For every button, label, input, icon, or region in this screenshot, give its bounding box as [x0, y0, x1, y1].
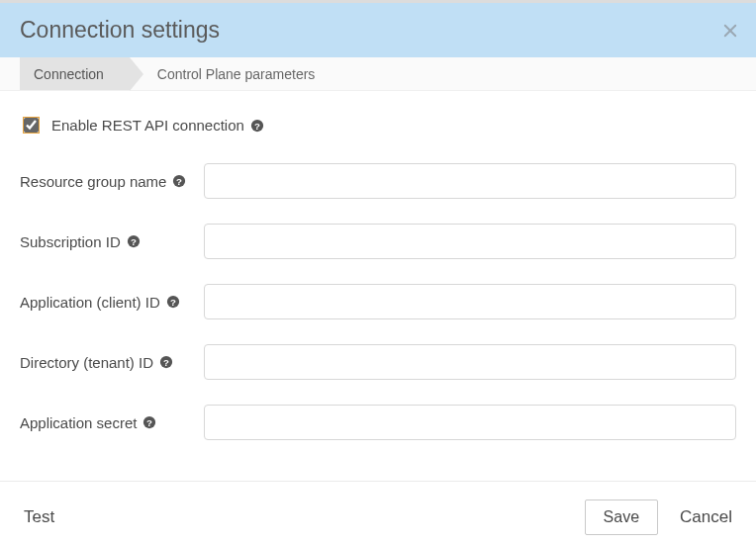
- modal-title: Connection settings: [20, 17, 220, 43]
- connection-settings-modal: Connection settings Connection Control P…: [0, 0, 756, 544]
- label-text: Resource group name: [20, 173, 166, 190]
- modal-footer: Test Save Cancel: [0, 481, 756, 544]
- resource-group-row: Resource group name ?: [20, 163, 736, 199]
- modal-body: Enable REST API connection ? Resource gr…: [0, 91, 756, 481]
- application-secret-row: Application secret ?: [20, 405, 736, 440]
- tab-label: Control Plane parameters: [157, 66, 316, 82]
- application-client-id-input[interactable]: [204, 284, 736, 319]
- subscription-id-row: Subscription ID ?: [20, 224, 736, 259]
- application-secret-input[interactable]: [204, 405, 736, 440]
- tab-control-plane[interactable]: Control Plane parameters: [143, 57, 341, 90]
- enable-rest-api-label: Enable REST API connection ?: [51, 117, 264, 134]
- field-label: Resource group name ?: [20, 173, 194, 190]
- svg-text:?: ?: [131, 236, 137, 247]
- resource-group-input[interactable]: [204, 163, 736, 199]
- field-label: Application secret ?: [20, 414, 194, 431]
- help-icon[interactable]: ?: [127, 234, 141, 248]
- svg-text:?: ?: [254, 120, 260, 131]
- label-text: Subscription ID: [20, 233, 121, 250]
- checkbox-label-text: Enable REST API connection: [51, 117, 244, 134]
- application-client-id-row: Application (client) ID ?: [20, 284, 736, 319]
- label-text: Directory (tenant) ID: [20, 354, 153, 371]
- tab-label: Connection: [34, 66, 104, 82]
- help-icon[interactable]: ?: [166, 295, 180, 309]
- cancel-button[interactable]: Cancel: [680, 507, 732, 527]
- label-text: Application (client) ID: [20, 294, 160, 311]
- close-icon[interactable]: [720, 21, 740, 41]
- field-label: Subscription ID ?: [20, 233, 194, 250]
- help-icon[interactable]: ?: [250, 119, 264, 133]
- svg-text:?: ?: [163, 357, 169, 368]
- svg-text:?: ?: [146, 417, 152, 428]
- help-icon[interactable]: ?: [142, 415, 156, 429]
- tab-strip: Connection Control Plane parameters: [0, 57, 756, 91]
- svg-text:?: ?: [176, 176, 182, 187]
- help-icon[interactable]: ?: [159, 355, 173, 369]
- help-icon[interactable]: ?: [172, 174, 186, 188]
- label-text: Application secret: [20, 414, 137, 431]
- field-label: Directory (tenant) ID ?: [20, 354, 194, 371]
- svg-text:?: ?: [170, 297, 176, 308]
- directory-tenant-id-row: Directory (tenant) ID ?: [20, 344, 736, 380]
- save-button[interactable]: Save: [585, 499, 658, 535]
- enable-rest-api-row: Enable REST API connection ?: [20, 115, 736, 136]
- modal-header: Connection settings: [0, 3, 756, 57]
- tab-connection[interactable]: Connection: [20, 57, 130, 90]
- enable-rest-api-checkbox[interactable]: [24, 118, 39, 133]
- field-label: Application (client) ID ?: [20, 294, 194, 311]
- subscription-id-input[interactable]: [204, 224, 736, 259]
- test-button[interactable]: Test: [24, 507, 54, 527]
- directory-tenant-id-input[interactable]: [204, 344, 736, 380]
